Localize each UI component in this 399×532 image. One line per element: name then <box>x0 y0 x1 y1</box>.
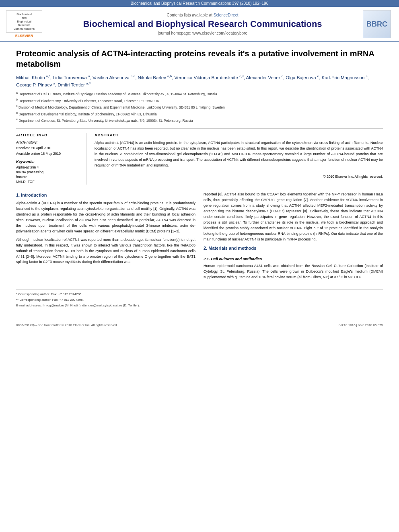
keyword-4: MALDI-TOF <box>16 180 81 184</box>
elsevier-logo-area: BiochemicalandBiophysicalResearchCommuni… <box>6 10 42 38</box>
authors-line: Mikhail Khotin a,*, Lidia Turoverova a, … <box>16 74 383 88</box>
affiliation-a: a Department of Cell Cultures, Institute… <box>16 91 383 97</box>
elsevier-box: BiochemicalandBiophysicalResearchCommuni… <box>6 10 42 33</box>
intro-para-1: Alpha-actinin 4 (ACTN4) is a member of t… <box>16 201 195 234</box>
keywords-label: Keywords: <box>16 160 81 164</box>
intro-heading: 1. Introduction <box>16 192 195 199</box>
affiliations: a Department of Cell Cultures, Institute… <box>16 91 383 129</box>
journal-title: Biochemical and Biophysical Research Com… <box>46 19 359 29</box>
journal-citation-text: Biochemical and Biophysical Research Com… <box>131 1 268 6</box>
cell-cultures-heading: 2.1. Cell cultures and antibodies <box>204 256 383 262</box>
authors-text: Mikhail Khotin a,*, Lidia Turoverova a, … <box>16 75 369 87</box>
contents-line: Contents lists available at ScienceDirec… <box>46 13 359 17</box>
right-column: reported [6]. ACTN4 also bound to the CC… <box>204 192 383 283</box>
keyword-1: Alpha-actinin 4 <box>16 165 81 169</box>
footnote-corresponding-2: ** Corresponding author. Fax: +7 812 297… <box>16 298 383 302</box>
footnote-email: E-mail addresses: h_rog@mail.ru (M. Khot… <box>16 303 383 308</box>
body-columns: 1. Introduction Alpha-actinin 4 (ACTN4) … <box>16 192 383 283</box>
available-date: Available online 16 May 2010 <box>16 152 81 156</box>
affiliation-c: c Division of Medical Microbiology, Depa… <box>16 104 383 110</box>
issn-text: 0006-291X/$ – see front matter © 2010 El… <box>16 323 118 327</box>
elsevier-wordmark: ELSEVIER <box>6 34 42 38</box>
footnotes: * Corresponding author. Fax: +7 812 2974… <box>16 289 383 308</box>
footnote-corresponding-1: * Corresponding author. Fax: +7 812 2974… <box>16 292 383 297</box>
doi-text: doi:10.1016/j.bbrc.2010.05.079 <box>339 323 383 327</box>
sciencedirect-link[interactable]: ScienceDirect <box>214 13 239 17</box>
abstract-heading: ABSTRACT <box>95 133 383 137</box>
journal-center: Contents lists available at ScienceDirec… <box>42 13 363 35</box>
bottom-bar: 0006-291X/$ – see front matter © 2010 El… <box>0 321 399 329</box>
main-content: Proteomic analysis of ACTN4-interacting … <box>0 42 399 315</box>
article-info-panel: ARTICLE INFO Article history: Received 2… <box>16 133 86 185</box>
affiliation-d: d Department of Developmental Biology, I… <box>16 111 383 117</box>
right-para-1: reported [6]. ACTN4 also bound to the CC… <box>204 192 383 242</box>
cell-cultures-para: Human epidermoid carcinoma A431 cells wa… <box>204 263 383 280</box>
intro-para-2: Although nuclear localisation of ACTN4 w… <box>16 237 195 265</box>
homepage-line: journal homepage: www.elsevier.com/locat… <box>46 31 359 35</box>
methods-heading: 2. Materials and methods <box>204 245 383 252</box>
bbrc-logo-area: BBRC <box>363 10 393 38</box>
affiliation-e: e Department of Genetics, St. Petersburg… <box>16 117 383 123</box>
affiliation-b: b Department of Biochemistry, University… <box>16 98 383 104</box>
article-info-heading: ARTICLE INFO <box>16 133 81 137</box>
article-info-abstract: ARTICLE INFO Article history: Received 2… <box>16 133 383 185</box>
journal-citation-bar: Biochemical and Biophysical Research Com… <box>0 0 399 7</box>
copyright-text: © 2010 Elsevier Inc. All rights reserved… <box>95 175 383 179</box>
history-label: Article history: <box>16 140 81 144</box>
abstract-panel: ABSTRACT Alpha-actinin 4 (ACTN4) is an a… <box>95 133 383 185</box>
journal-header: BiochemicalandBiophysicalResearchCommuni… <box>0 7 399 42</box>
bbrc-logo: BBRC <box>363 10 391 38</box>
keyword-3: hnRNP <box>16 175 81 179</box>
abstract-text: Alpha-actinin 4 (ACTN4) is an actin-bind… <box>95 140 383 168</box>
keyword-2: mRNA processing <box>16 170 81 174</box>
left-column: 1. Introduction Alpha-actinin 4 (ACTN4) … <box>16 192 195 283</box>
article-title: Proteomic analysis of ACTN4-interacting … <box>16 48 383 69</box>
received-date: Received 20 April 2010 <box>16 146 81 150</box>
